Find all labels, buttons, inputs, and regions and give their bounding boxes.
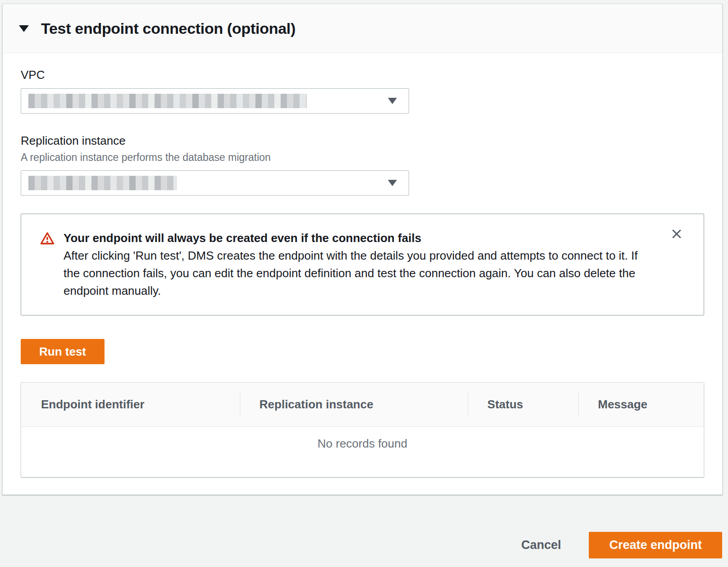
vpc-redacted-value [28,94,307,108]
column-header-status: Status [468,383,578,426]
wizard-footer-actions: Cancel Create endpoint [521,532,722,558]
chevron-down-icon [388,180,397,186]
vpc-label: VPC [21,68,704,82]
section-title: Test endpoint connection (optional) [41,20,296,37]
collapse-triangle-icon [19,25,29,32]
create-endpoint-button[interactable]: Create endpoint [589,532,722,558]
cancel-button[interactable]: Cancel [521,538,561,552]
section-header-toggle[interactable]: Test endpoint connection (optional) [3,4,722,53]
warning-alert-text: Your endpoint will always be created eve… [64,229,649,300]
close-icon [670,228,683,240]
alert-dismiss-button[interactable] [669,226,685,242]
warning-alert: Your endpoint will always be created eve… [21,214,704,316]
replication-instance-redacted-value [28,176,177,190]
warning-alert-title: Your endpoint will always be created eve… [64,229,649,247]
chevron-down-icon [388,98,397,104]
run-test-button[interactable]: Run test [21,339,105,364]
vpc-field: VPC [21,68,704,114]
table-body: No records found [21,427,704,477]
replication-instance-label: Replication instance [21,133,704,148]
replication-instance-description: A replication instance performs the data… [21,151,704,164]
column-header-replication-instance: Replication instance [240,383,468,426]
warning-alert-body: After clicking 'Run test', DMS creates t… [64,247,649,300]
test-endpoint-connection-panel: Test endpoint connection (optional) VPC … [2,4,723,495]
section-content: VPC Replication instance A replication i… [3,53,722,494]
replication-instance-field: Replication instance A replication insta… [21,133,704,196]
vpc-select[interactable] [21,88,409,114]
column-header-endpoint-identifier: Endpoint identifier [21,383,240,426]
test-results-table: Endpoint identifier Replication instance… [21,382,704,477]
empty-table-message: No records found [21,427,704,451]
table-header-row: Endpoint identifier Replication instance… [21,383,704,427]
column-header-message: Message [578,383,704,426]
warning-triangle-icon [40,232,55,247]
replication-instance-select[interactable] [21,170,409,196]
